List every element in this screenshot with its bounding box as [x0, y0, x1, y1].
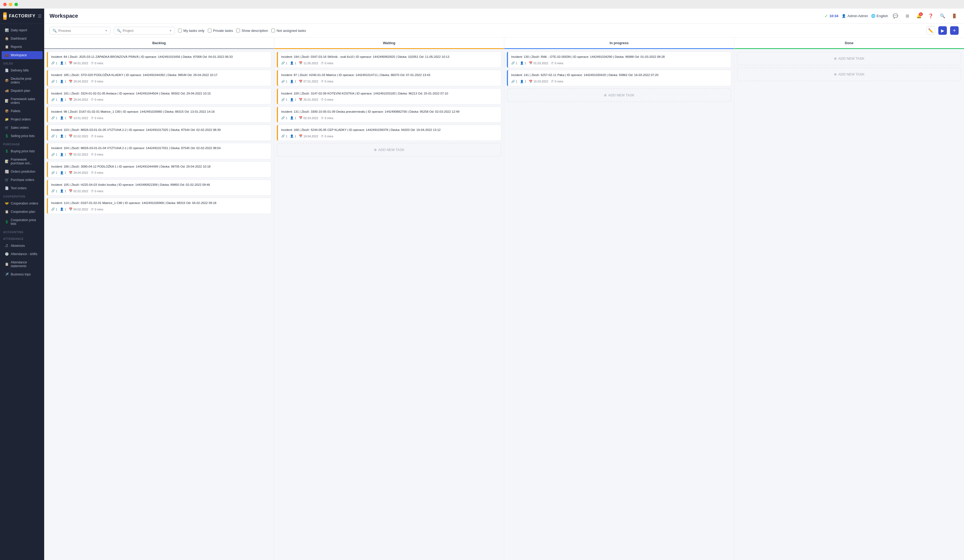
sidebar-item-project-orders[interactable]: 📁Project orders: [2, 116, 42, 124]
my-tasks-filter[interactable]: My tasks only: [178, 29, 205, 33]
sidebar-item-business-trips[interactable]: ✈️Business trips: [2, 270, 42, 278]
absences-icon: 🏖: [5, 244, 8, 247]
notifications-button[interactable]: 🔔 1: [915, 12, 923, 20]
apps-button[interactable]: ⊞: [903, 12, 912, 20]
framework-purchase-label: Framework purchase ord...: [11, 158, 39, 165]
project-input[interactable]: [123, 29, 168, 33]
paperclip-icon: 🔗: [51, 80, 55, 83]
not-assigned-checkbox[interactable]: [271, 29, 275, 33]
maximize-button[interactable]: [15, 3, 18, 6]
sidebar-item-selling-price[interactable]: 💲Selling price lists: [2, 132, 42, 140]
help-button[interactable]: ❓: [927, 12, 935, 20]
cooperation-price-label: Cooperation price lists: [11, 218, 39, 226]
calendar-icon-6: 📅: [69, 153, 73, 156]
task-card-15[interactable]: Incident: 130 | Zboží: RAK - OTE-02-0003…: [507, 52, 731, 68]
task-card-13[interactable]: Incident: 131 | Zboží: 3300-10-05-01-09 …: [277, 107, 501, 123]
sidebar-item-absences[interactable]: 🏖Absences: [2, 242, 42, 250]
paperclip-icon: 🔗: [51, 189, 55, 193]
sidebar-item-sales-orders[interactable]: 🛒Sales orders: [2, 124, 42, 132]
task-card-3[interactable]: Incident: 181 | Zboží: 3324-01-02-01-05 …: [47, 88, 271, 104]
task-title-2: Incident: 185 | Zboží: STD-020 PODLOŽKA …: [51, 73, 268, 77]
sidebar-item-dashboard[interactable]: 🏠Dashboard: [2, 34, 42, 42]
task-date-3: 📅29.04.2022: [69, 98, 88, 101]
framework-sales-label: Framework sales orders: [11, 97, 39, 105]
private-tasks-checkbox[interactable]: [208, 29, 212, 33]
process-filter[interactable]: 🔍 ▼: [50, 27, 111, 34]
task-date-11: 📅07.01.2022: [299, 80, 318, 83]
sidebar-item-framework-purchase[interactable]: 📝Framework purchase ord...: [2, 156, 42, 167]
sidebar-item-buying-price[interactable]: 💲Buying price lists: [2, 147, 42, 155]
task-users-7: 👤1: [60, 171, 66, 174]
kanban-col-backlog: Backlog Incident: 84 | Zboží: J025-03-11…: [44, 38, 274, 560]
sidebar-item-framework-sales[interactable]: 📝Framework sales orders: [2, 95, 42, 107]
task-card-7[interactable]: Incident: 186 | Zboží: 3080-04-12 PODLOŽ…: [47, 161, 271, 177]
sidebar-item-text-orders[interactable]: 📄Text orders: [2, 184, 42, 192]
task-card-11[interactable]: Incident: 87 | Zboží: H240-01-03 Matrice…: [277, 70, 501, 86]
task-card-4[interactable]: Incident: 98 | Zboží: D167-01-02-01 Matr…: [47, 107, 271, 123]
language-selector[interactable]: 🌐 English: [871, 14, 888, 18]
task-users-11: 👤1: [290, 80, 296, 83]
sidebar-item-daily-report[interactable]: 📊Daily report: [2, 26, 42, 34]
sales-orders-label: Sales orders: [11, 126, 29, 130]
task-card-6[interactable]: Incident: 104 | Zboží: M026-03-01-01-04 …: [47, 143, 271, 159]
clock-icon-6: ⏱: [91, 153, 94, 156]
clock-icon-5: ⏱: [91, 135, 94, 138]
logo-text: FACTORIFY: [9, 14, 35, 18]
sidebar-item-cooperation-orders[interactable]: 🤝Cooperation orders: [2, 199, 42, 207]
play-button[interactable]: ▶: [938, 26, 947, 35]
add-task-button[interactable]: +: [950, 26, 959, 35]
task-card-14[interactable]: Incident: 168 | Zboží: 5244-05-05 CEP KL…: [277, 125, 501, 141]
project-filter[interactable]: 🔍 ▼: [114, 27, 175, 34]
close-button[interactable]: [3, 3, 7, 6]
task-card-8[interactable]: Incident: 105 | Zboží: H225-04-03 Vodicí…: [47, 180, 271, 196]
process-input[interactable]: [59, 29, 103, 33]
task-card-2[interactable]: Incident: 185 | Zboží: STD-020 PODLOŽKA …: [47, 70, 271, 86]
sidebar-item-reports[interactable]: 📋Reports: [2, 43, 42, 51]
clock-icon-4: ⏱: [91, 116, 94, 120]
sidebar-item-delivery-bills[interactable]: 📄Delivery bills: [2, 67, 42, 75]
private-tasks-filter[interactable]: Private tasks: [208, 29, 233, 33]
task-date-8: 📅02.02.2022: [69, 189, 88, 193]
task-card-16[interactable]: Incident: 141 | Zboží: 6257-02-11 Páka |…: [507, 70, 731, 86]
logout-button[interactable]: 🚪: [950, 12, 959, 20]
sidebar-item-attendance-shifts[interactable]: 🕐Attendance - shifts: [2, 250, 42, 258]
calendar-icon-3: 📅: [69, 98, 73, 101]
my-tasks-checkbox[interactable]: [178, 29, 182, 33]
chat-button[interactable]: 💬: [891, 12, 900, 20]
hamburger-icon[interactable]: ☰: [38, 14, 41, 19]
task-attachments-1: 🔗1: [51, 61, 57, 65]
task-card-12[interactable]: Incident: 100 | Zboží: 3147-02-09 KOTEVN…: [277, 88, 501, 104]
task-card-9[interactable]: Incident: 114 | Zboží: D167-01-02-01 Mat…: [47, 198, 271, 214]
add-new-task-done[interactable]: ⊕ADD NEW TASK: [737, 67, 961, 81]
add-task-placeholder-done[interactable]: ⊕ADD NEW TASK: [737, 52, 961, 65]
globe-icon: 🌐: [871, 14, 875, 18]
sidebar-item-cooperation-plan[interactable]: 📋Cooperation plan: [2, 208, 42, 216]
edit-view-button[interactable]: ✏️: [927, 26, 935, 35]
paperclip-icon: 🔗: [51, 98, 55, 101]
search-button[interactable]: 🔍: [938, 12, 947, 20]
sidebar-item-pallets[interactable]: 📦Pallets: [2, 107, 42, 115]
not-assigned-filter[interactable]: Not assigned tasks: [271, 29, 306, 33]
reports-icon: 📋: [5, 45, 8, 49]
minimize-button[interactable]: [9, 3, 12, 6]
task-card-10[interactable]: Incident: 194 | Zboží: 0347-03-16 Střižn…: [277, 52, 501, 68]
sidebar-item-deutsche-post[interactable]: 📦Deutsche post orders: [2, 75, 42, 86]
task-card-5[interactable]: Incident: 103 | Zboží: M026-03-01-01-05 …: [47, 125, 271, 141]
sidebar-item-orders-prediction[interactable]: 📈Orders prediction: [2, 168, 42, 176]
show-description-filter[interactable]: Show description: [236, 29, 268, 33]
text-orders-icon: 📄: [5, 186, 8, 190]
add-task-placeholder-in-progress[interactable]: ⊕ADD NEW TASK: [507, 88, 731, 102]
task-title-15: Incident: 130 | Zboží: RAK - OTE-02-0003…: [511, 55, 728, 59]
sidebar-item-purchase-orders[interactable]: 🛒Purchase orders: [2, 176, 42, 184]
task-card-1[interactable]: Incident: 84 | Zboží: J025-03-11 ZÁPADKA…: [47, 52, 271, 68]
show-description-checkbox[interactable]: [236, 29, 240, 33]
task-date-16: 📅16.03.2022: [529, 80, 548, 83]
calendar-icon-9: 📅: [69, 207, 73, 211]
sidebar-item-dispatch-plan[interactable]: 🚚Dispatch plan: [2, 87, 42, 95]
sidebar-item-attendance-statements[interactable]: 📋Attendance statements: [2, 258, 42, 270]
sidebar-item-workspace[interactable]: 💼Workspace: [2, 51, 42, 59]
sidebar-item-cooperation-price[interactable]: 💲Cooperation price lists: [2, 216, 42, 228]
add-task-placeholder-waiting[interactable]: ⊕ADD NEW TASK: [277, 143, 501, 156]
task-time-9: ⏱0 mins: [91, 208, 103, 211]
task-title-3: Incident: 181 | Zboží: 3324-01-02-01-05 …: [51, 91, 268, 96]
